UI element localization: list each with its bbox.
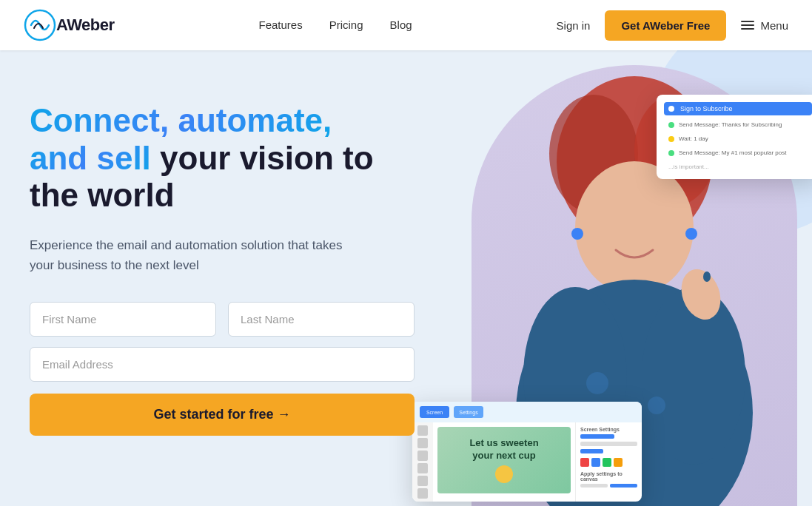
mini-icon-3: [417, 451, 428, 461]
svg-point-8: [586, 372, 608, 394]
flow-label-popular: Send Message: My #1 most popular post: [679, 149, 786, 156]
email-input[interactable]: [30, 347, 415, 382]
panel-bar-2: [580, 442, 637, 446]
panel-color-swatches: [580, 458, 637, 467]
navbar-right: Sign in Get AWeber Free Menu: [557, 10, 788, 41]
email-card-body: Let us sweeten your next cup Screen Sett…: [412, 422, 642, 502]
flow-label-thanks: Send Message: Thanks for Subscribing: [679, 121, 782, 128]
email-sidebar-mini: [412, 422, 433, 502]
lemon-circle: [495, 465, 513, 483]
email-content-preview: Let us sweeten your next cup: [433, 422, 575, 502]
email-header-btn2: Settings: [454, 406, 483, 418]
svg-point-13: [685, 228, 697, 240]
dot-yellow: [668, 136, 674, 142]
row-dot: [668, 106, 674, 112]
panel-row-3: [580, 449, 637, 453]
nav-link-blog[interactable]: Blog: [390, 18, 412, 31]
email-image: Let us sweeten your next cup: [437, 427, 571, 493]
hamburger-icon: [741, 21, 754, 30]
email-img-overlay: Let us sweeten your next cup: [463, 431, 544, 489]
panel-apply-rows: [580, 484, 637, 488]
last-name-input[interactable]: [228, 302, 415, 337]
automation-flow-card: Sign to Subscribe Send Message: Thanks f…: [657, 95, 812, 179]
logo-icon: [24, 9, 56, 41]
hero-title-highlight2: and sell: [30, 140, 151, 176]
swatch-red: [580, 458, 589, 467]
name-row: [30, 302, 415, 337]
flow-row-subscribe: Sign to Subscribe: [664, 102, 812, 115]
mini-icon-2: [417, 438, 428, 448]
mini-icon-6: [417, 488, 428, 499]
flow-label-subscribe: Sign to Subscribe: [680, 105, 733, 112]
nav-link-pricing[interactable]: Pricing: [329, 18, 363, 31]
flow-label-important: ...is important...: [668, 163, 709, 170]
nav-link-features[interactable]: Features: [258, 18, 302, 31]
panel-bar-filled-1: [580, 434, 614, 439]
nav-item-features[interactable]: Features: [258, 18, 302, 32]
menu-button[interactable]: Menu: [741, 19, 788, 32]
email-img-text2: your next cup: [469, 450, 538, 462]
email-right-panel: Screen Settings: [575, 422, 642, 502]
mini-icon-4: [417, 463, 428, 473]
flow-label-wait: Wait: 1 day: [679, 135, 708, 142]
flow-row-popular: Send Message: My #1 most popular post: [664, 148, 812, 158]
svg-point-14: [703, 271, 711, 282]
logo-text: AWeber: [56, 16, 115, 35]
navbar: AWeber Features Pricing Blog Sign in Get…: [0, 0, 812, 50]
hero-title-line1: Connect, automate,: [30, 102, 415, 140]
svg-point-12: [571, 228, 583, 240]
hero-illustration: Sign to Subscribe Send Message: Thanks f…: [397, 65, 812, 506]
logo[interactable]: AWeber: [24, 9, 115, 41]
email-builder-card: Screen Settings Let us sweete: [412, 402, 642, 502]
flow-row-wait: Wait: 1 day: [664, 134, 812, 144]
flow-row-thanks: Send Message: Thanks for Subscribing: [664, 120, 812, 129]
svg-point-4: [575, 161, 694, 294]
apply-bar-1: [580, 484, 608, 488]
menu-label: Menu: [760, 19, 788, 32]
hero-title: Connect, automate, and sell your vision …: [30, 102, 415, 215]
panel-bar-3: [580, 449, 603, 453]
dot-green: [668, 122, 674, 128]
get-aweber-free-button[interactable]: Get AWeber Free: [605, 10, 726, 41]
panel-row-1: [580, 434, 637, 439]
hero-title-line2: and sell your vision to: [30, 140, 415, 178]
mini-icon-1: [417, 425, 428, 436]
email-card-header: Screen Settings: [412, 402, 642, 422]
hero-title-highlight: Connect, automate,: [30, 102, 332, 138]
panel-row-2: [580, 442, 637, 446]
email-img-text1: Let us sweeten: [469, 437, 538, 450]
nav-item-blog[interactable]: Blog: [390, 18, 412, 32]
nav-links: Features Pricing Blog: [258, 18, 412, 32]
apply-bar-2: [610, 484, 637, 488]
nav-item-pricing[interactable]: Pricing: [329, 18, 363, 32]
swatch-yellow: [614, 458, 623, 467]
mini-icon-5: [417, 476, 428, 486]
email-header-btn1: Screen: [420, 406, 449, 418]
svg-point-9: [648, 397, 665, 414]
hero-title-line3: the world: [30, 177, 415, 215]
swatch-blue: [591, 458, 600, 467]
dot-green2: [668, 150, 674, 156]
hero-section: Connect, automate, and sell your vision …: [0, 50, 812, 506]
hero-subtitle: Experience the email and automation solu…: [30, 235, 355, 275]
signin-link[interactable]: Sign in: [557, 19, 591, 32]
first-name-input[interactable]: [30, 302, 216, 337]
swatch-green: [603, 458, 611, 467]
panel-label-settings: Screen Settings: [580, 427, 637, 432]
hero-left: Connect, automate, and sell your vision …: [30, 95, 415, 436]
flow-rows: Sign to Subscribe Send Message: Thanks f…: [664, 102, 812, 172]
swatch-row: [580, 458, 637, 467]
signup-form: Get started for free →: [30, 302, 415, 436]
get-started-button[interactable]: Get started for free →: [30, 394, 415, 436]
flow-row-important: ...is important...: [664, 162, 812, 172]
panel-label-apply: Apply settings to canvas: [580, 471, 637, 482]
